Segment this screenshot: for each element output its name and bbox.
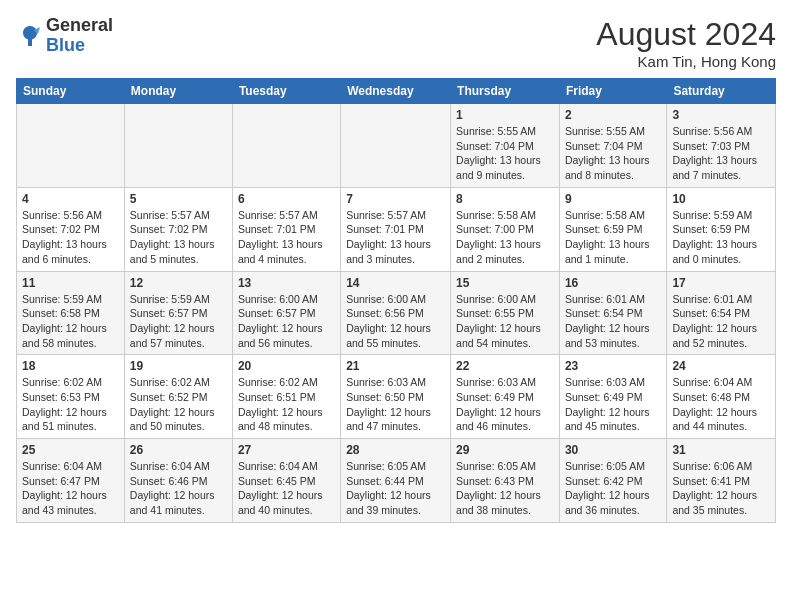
day-info: Daylight: 12 hours and 53 minutes. xyxy=(565,321,661,350)
day-info: Sunset: 6:59 PM xyxy=(672,222,770,237)
day-info: Sunrise: 5:58 AM xyxy=(456,208,554,223)
day-info: Daylight: 12 hours and 45 minutes. xyxy=(565,405,661,434)
day-number: 16 xyxy=(565,276,661,290)
day-info: Sunrise: 5:55 AM xyxy=(456,124,554,139)
day-info: Sunrise: 6:02 AM xyxy=(130,375,227,390)
day-number: 23 xyxy=(565,359,661,373)
day-info: Sunset: 6:45 PM xyxy=(238,474,335,489)
logo-general: General xyxy=(46,16,113,36)
location: Kam Tin, Hong Kong xyxy=(596,53,776,70)
header-sunday: Sunday xyxy=(17,79,125,104)
day-info: Daylight: 12 hours and 44 minutes. xyxy=(672,405,770,434)
day-info: Sunrise: 5:56 AM xyxy=(22,208,119,223)
day-info: Daylight: 13 hours and 4 minutes. xyxy=(238,237,335,266)
day-number: 20 xyxy=(238,359,335,373)
day-cell: 12Sunrise: 5:59 AMSunset: 6:57 PMDayligh… xyxy=(124,271,232,355)
day-info: Daylight: 13 hours and 3 minutes. xyxy=(346,237,445,266)
day-number: 15 xyxy=(456,276,554,290)
day-cell: 1Sunrise: 5:55 AMSunset: 7:04 PMDaylight… xyxy=(451,104,560,188)
logo-icon xyxy=(16,22,44,50)
day-info: Sunset: 6:54 PM xyxy=(565,306,661,321)
day-info: Sunrise: 5:56 AM xyxy=(672,124,770,139)
day-info: Daylight: 12 hours and 47 minutes. xyxy=(346,405,445,434)
day-cell: 28Sunrise: 6:05 AMSunset: 6:44 PMDayligh… xyxy=(341,439,451,523)
day-number: 29 xyxy=(456,443,554,457)
day-cell xyxy=(232,104,340,188)
day-info: Sunset: 6:49 PM xyxy=(565,390,661,405)
page-header: General Blue August 2024 Kam Tin, Hong K… xyxy=(16,16,776,70)
day-cell: 18Sunrise: 6:02 AMSunset: 6:53 PMDayligh… xyxy=(17,355,125,439)
day-cell: 17Sunrise: 6:01 AMSunset: 6:54 PMDayligh… xyxy=(667,271,776,355)
day-info: Daylight: 12 hours and 51 minutes. xyxy=(22,405,119,434)
day-cell: 5Sunrise: 5:57 AMSunset: 7:02 PMDaylight… xyxy=(124,187,232,271)
day-info: Sunrise: 5:55 AM xyxy=(565,124,661,139)
day-info: Daylight: 12 hours and 55 minutes. xyxy=(346,321,445,350)
day-number: 25 xyxy=(22,443,119,457)
day-info: Sunrise: 6:02 AM xyxy=(238,375,335,390)
day-info: Sunrise: 6:04 AM xyxy=(130,459,227,474)
week-row-5: 25Sunrise: 6:04 AMSunset: 6:47 PMDayligh… xyxy=(17,439,776,523)
day-cell: 19Sunrise: 6:02 AMSunset: 6:52 PMDayligh… xyxy=(124,355,232,439)
day-info: Daylight: 13 hours and 5 minutes. xyxy=(130,237,227,266)
day-info: Sunset: 7:04 PM xyxy=(565,139,661,154)
day-number: 18 xyxy=(22,359,119,373)
day-info: Sunset: 7:04 PM xyxy=(456,139,554,154)
day-cell: 6Sunrise: 5:57 AMSunset: 7:01 PMDaylight… xyxy=(232,187,340,271)
day-number: 2 xyxy=(565,108,661,122)
title-block: August 2024 Kam Tin, Hong Kong xyxy=(596,16,776,70)
logo: General Blue xyxy=(16,16,113,56)
day-info: Sunrise: 6:04 AM xyxy=(22,459,119,474)
calendar-table: SundayMondayTuesdayWednesdayThursdayFrid… xyxy=(16,78,776,523)
week-row-1: 1Sunrise: 5:55 AMSunset: 7:04 PMDaylight… xyxy=(17,104,776,188)
day-info: Sunset: 6:43 PM xyxy=(456,474,554,489)
day-number: 5 xyxy=(130,192,227,206)
day-cell: 22Sunrise: 6:03 AMSunset: 6:49 PMDayligh… xyxy=(451,355,560,439)
day-cell: 25Sunrise: 6:04 AMSunset: 6:47 PMDayligh… xyxy=(17,439,125,523)
day-info: Daylight: 12 hours and 35 minutes. xyxy=(672,488,770,517)
day-info: Daylight: 13 hours and 8 minutes. xyxy=(565,153,661,182)
day-info: Sunset: 6:49 PM xyxy=(456,390,554,405)
day-cell: 13Sunrise: 6:00 AMSunset: 6:57 PMDayligh… xyxy=(232,271,340,355)
logo-blue: Blue xyxy=(46,36,113,56)
day-info: Daylight: 13 hours and 0 minutes. xyxy=(672,237,770,266)
day-info: Sunrise: 6:00 AM xyxy=(238,292,335,307)
day-cell: 16Sunrise: 6:01 AMSunset: 6:54 PMDayligh… xyxy=(559,271,666,355)
day-number: 12 xyxy=(130,276,227,290)
day-info: Sunrise: 6:04 AM xyxy=(238,459,335,474)
day-info: Daylight: 12 hours and 54 minutes. xyxy=(456,321,554,350)
day-info: Sunrise: 6:05 AM xyxy=(456,459,554,474)
header-thursday: Thursday xyxy=(451,79,560,104)
day-info: Daylight: 12 hours and 56 minutes. xyxy=(238,321,335,350)
day-info: Daylight: 12 hours and 36 minutes. xyxy=(565,488,661,517)
day-info: Daylight: 13 hours and 7 minutes. xyxy=(672,153,770,182)
day-info: Daylight: 12 hours and 52 minutes. xyxy=(672,321,770,350)
day-cell xyxy=(17,104,125,188)
day-info: Daylight: 12 hours and 46 minutes. xyxy=(456,405,554,434)
day-info: Sunrise: 6:01 AM xyxy=(672,292,770,307)
day-cell: 11Sunrise: 5:59 AMSunset: 6:58 PMDayligh… xyxy=(17,271,125,355)
header-wednesday: Wednesday xyxy=(341,79,451,104)
day-info: Daylight: 13 hours and 1 minute. xyxy=(565,237,661,266)
week-row-4: 18Sunrise: 6:02 AMSunset: 6:53 PMDayligh… xyxy=(17,355,776,439)
day-number: 24 xyxy=(672,359,770,373)
header-monday: Monday xyxy=(124,79,232,104)
day-cell: 2Sunrise: 5:55 AMSunset: 7:04 PMDaylight… xyxy=(559,104,666,188)
logo-text: General Blue xyxy=(46,16,113,56)
day-cell: 10Sunrise: 5:59 AMSunset: 6:59 PMDayligh… xyxy=(667,187,776,271)
day-info: Daylight: 12 hours and 41 minutes. xyxy=(130,488,227,517)
day-info: Sunrise: 6:04 AM xyxy=(672,375,770,390)
day-info: Sunset: 6:50 PM xyxy=(346,390,445,405)
day-info: Sunset: 6:52 PM xyxy=(130,390,227,405)
day-info: Sunset: 6:51 PM xyxy=(238,390,335,405)
day-cell: 24Sunrise: 6:04 AMSunset: 6:48 PMDayligh… xyxy=(667,355,776,439)
day-number: 9 xyxy=(565,192,661,206)
day-number: 13 xyxy=(238,276,335,290)
day-cell: 15Sunrise: 6:00 AMSunset: 6:55 PMDayligh… xyxy=(451,271,560,355)
day-info: Daylight: 12 hours and 38 minutes. xyxy=(456,488,554,517)
day-cell xyxy=(124,104,232,188)
day-info: Sunrise: 6:00 AM xyxy=(346,292,445,307)
day-number: 14 xyxy=(346,276,445,290)
day-info: Sunrise: 6:02 AM xyxy=(22,375,119,390)
day-number: 8 xyxy=(456,192,554,206)
day-cell: 3Sunrise: 5:56 AMSunset: 7:03 PMDaylight… xyxy=(667,104,776,188)
